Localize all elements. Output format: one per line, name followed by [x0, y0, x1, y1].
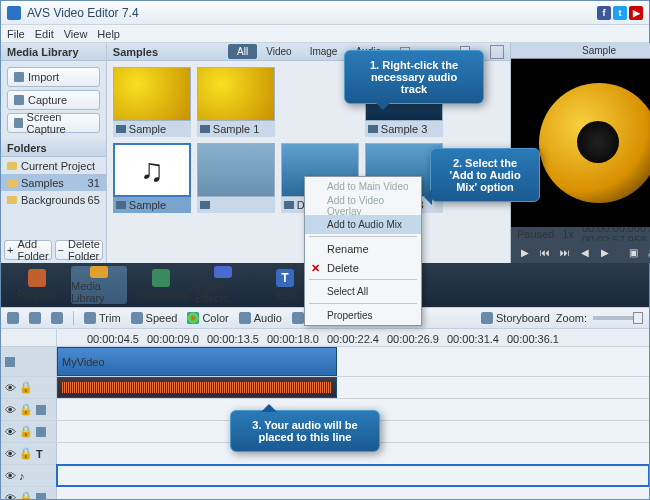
waveform-icon	[62, 382, 332, 393]
tab-all[interactable]: All	[228, 44, 257, 59]
content-title: Samples	[113, 46, 158, 58]
audio-icon	[116, 201, 126, 209]
storyboard-button[interactable]: Storyboard	[481, 312, 550, 324]
app-logo	[7, 6, 21, 20]
voice-track[interactable]: 👁🔒	[1, 487, 649, 499]
menu-help[interactable]: Help	[97, 28, 120, 40]
film-icon	[5, 357, 15, 367]
tab-video[interactable]: Video	[257, 44, 300, 59]
split-button[interactable]	[51, 312, 63, 324]
storyboard-icon	[481, 312, 493, 324]
mic-icon	[36, 493, 46, 500]
stabilize-icon	[292, 312, 304, 324]
ctx-properties[interactable]: Properties	[305, 306, 421, 325]
folder-backgrounds[interactable]: Backgrounds65	[1, 191, 106, 208]
folder-samples[interactable]: Samples31	[1, 174, 106, 191]
trim-button[interactable]: Trim	[84, 312, 121, 324]
callout-2: 2. Select the 'Add to Audio Mix' option	[430, 148, 540, 202]
callout-1: 1. Right-click the necessary audio track	[344, 50, 484, 104]
thumb-sample[interactable]: Sample	[113, 67, 191, 137]
audio-button[interactable]: Audio	[239, 312, 282, 324]
capture-button[interactable]: Capture	[7, 90, 100, 110]
ctx-add-video-overlay[interactable]: Add to Video Overlay	[305, 196, 421, 215]
thumb-sample1[interactable]: Sample 1	[197, 67, 275, 137]
window-title: AVS Video Editor 7.4	[27, 6, 597, 20]
video-clip[interactable]: MyVideo	[57, 347, 337, 376]
facebook-icon[interactable]: f	[597, 6, 611, 20]
menu-edit[interactable]: Edit	[35, 28, 54, 40]
step-fwd-button[interactable]: ▶	[599, 246, 611, 258]
tab-image[interactable]: Image	[301, 44, 347, 59]
ctx-delete[interactable]: ✕Delete	[305, 258, 421, 277]
fx-icon	[36, 427, 46, 437]
delete-icon: ✕	[309, 262, 321, 274]
video-icon	[284, 201, 294, 209]
add-folder-button[interactable]: +Add Folder	[4, 240, 52, 260]
speed-icon	[131, 312, 143, 324]
screen-icon	[14, 118, 23, 128]
ctx-add-audio-mix[interactable]: Add to Audio Mix	[305, 215, 421, 234]
undo-button[interactable]	[7, 312, 19, 324]
zoom-slider[interactable]	[593, 316, 643, 320]
audio-mix-track[interactable]: 👁♪	[1, 465, 649, 487]
color-icon	[187, 312, 199, 324]
audio-clip[interactable]	[57, 377, 337, 398]
folder-icon	[7, 162, 17, 170]
import-button[interactable]: Import	[7, 67, 100, 87]
context-menu: Add to Main Video Add to Video Overlay A…	[304, 176, 422, 326]
thumb-seagull[interactable]	[197, 143, 275, 213]
x-icon	[29, 312, 41, 324]
audio-track-main[interactable]: 👁🔒	[1, 377, 649, 399]
video-track[interactable]: MyVideo	[1, 347, 649, 377]
titlebar: AVS Video Editor 7.4 f t ▶	[1, 1, 649, 25]
mode-projects[interactable]: Projects	[9, 266, 65, 304]
menu-file[interactable]: File	[7, 28, 25, 40]
thumb-audio-sample[interactable]: ♫Sample	[113, 143, 191, 213]
youtube-icon[interactable]: ▶	[629, 6, 643, 20]
timeline-ruler[interactable]: 00:00:04.5 00:00:09.0 00:00:13.5 00:00:1…	[57, 329, 649, 346]
delete-folder-button[interactable]: −Delete Folder	[55, 240, 103, 260]
play-button[interactable]: ▶	[519, 246, 531, 258]
camera-icon	[14, 95, 24, 105]
next-button[interactable]: ⏭	[559, 246, 571, 258]
plus-icon	[14, 72, 24, 82]
thumb-size-large-icon[interactable]	[490, 45, 504, 59]
video-icon	[368, 125, 378, 133]
video-icon	[116, 125, 126, 133]
delete-clip-button[interactable]	[29, 312, 41, 324]
speaker-icon	[539, 83, 650, 203]
playback-status: Paused	[517, 228, 554, 240]
twitter-icon[interactable]: t	[613, 6, 627, 20]
overlay-icon	[36, 405, 46, 415]
snapshot-button[interactable]: ▣	[627, 246, 639, 258]
folder-icon	[7, 179, 17, 187]
playback-speed: 1x	[562, 228, 574, 240]
trim-icon	[84, 312, 96, 324]
preview-header: Sample	[511, 43, 650, 59]
ctx-add-main-video[interactable]: Add to Main Video	[305, 177, 421, 196]
folder-current-project[interactable]: Current Project	[1, 157, 106, 174]
zoom-label: Zoom:	[556, 312, 587, 324]
mode-media-library[interactable]: Media Library	[71, 266, 127, 304]
prev-button[interactable]: ⏮	[539, 246, 551, 258]
scissors-icon	[51, 312, 63, 324]
step-back-button[interactable]: ◀	[579, 246, 591, 258]
folders-header: Folders	[1, 139, 106, 157]
callout-3: 3. Your audio will be placed to this lin…	[230, 410, 380, 452]
undo-icon	[7, 312, 19, 324]
color-button[interactable]: Color	[187, 312, 228, 324]
video-icon	[200, 125, 210, 133]
media-library-header: Media Library	[1, 43, 106, 61]
mode-video-effects[interactable]: Video Effects	[195, 266, 251, 304]
ctx-select-all[interactable]: Select All	[305, 282, 421, 301]
video-icon	[200, 201, 210, 209]
screen-capture-button[interactable]: Screen Capture	[7, 113, 100, 133]
speed-button[interactable]: Speed	[131, 312, 178, 324]
ctx-rename[interactable]: Rename	[305, 239, 421, 258]
music-icon	[239, 312, 251, 324]
mode-transitions[interactable]: Transitions	[133, 266, 189, 304]
folder-icon	[7, 196, 17, 204]
menu-view[interactable]: View	[64, 28, 88, 40]
rename-icon	[309, 243, 321, 255]
menubar: File Edit View Help	[1, 25, 649, 43]
